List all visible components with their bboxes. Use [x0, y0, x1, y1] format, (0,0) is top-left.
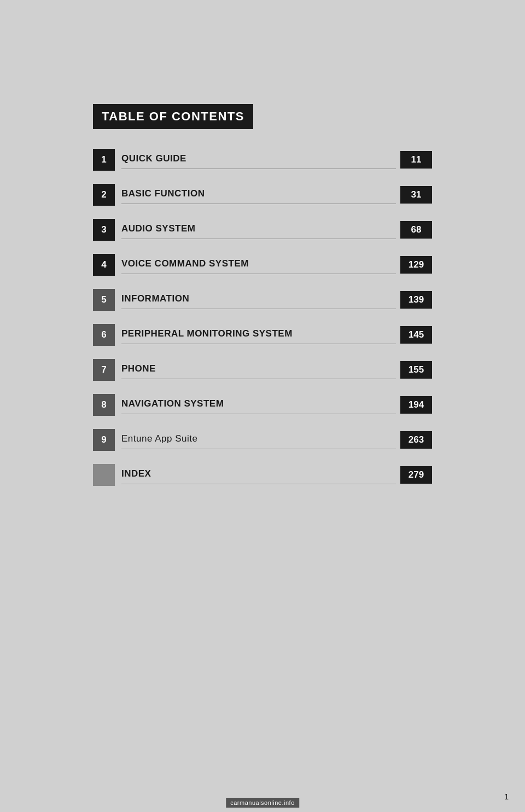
chapter-label: PERIPHERAL MONITORING SYSTEM: [121, 328, 293, 339]
chapter-number-box: 2: [93, 184, 115, 206]
toc-row: 9Entune App Suite263: [93, 429, 432, 451]
chapter-number-box: 8: [93, 394, 115, 416]
toc-row: 4VOICE COMMAND SYSTEM129: [93, 254, 432, 276]
toc-row: 1QUICK GUIDE11: [93, 149, 432, 171]
chapter-number-box: 5: [93, 289, 115, 311]
toc-row: 8NAVIGATION SYSTEM194: [93, 394, 432, 416]
watermark: carmanualsonline.info: [226, 798, 299, 808]
toc-row: 2BASIC FUNCTION31: [93, 184, 432, 206]
chapter-label-area: QUICK GUIDE: [121, 151, 396, 169]
toc-row: 3AUDIO SYSTEM68: [93, 219, 432, 241]
chapter-page-number: 279: [400, 466, 432, 484]
chapter-label: VOICE COMMAND SYSTEM: [121, 258, 249, 269]
chapter-label-area: VOICE COMMAND SYSTEM: [121, 256, 396, 274]
chapter-label: INFORMATION: [121, 293, 189, 304]
page-container: TABLE OF CONTENTS 1QUICK GUIDE112BASIC F…: [0, 0, 525, 812]
chapter-label-area: BASIC FUNCTION: [121, 186, 396, 204]
chapter-number-box: 7: [93, 359, 115, 381]
toc-row: 5INFORMATION139: [93, 289, 432, 311]
chapter-label: Entune App Suite: [121, 433, 197, 444]
chapter-label-area: PHONE: [121, 361, 396, 379]
chapter-label: NAVIGATION SYSTEM: [121, 398, 224, 409]
chapter-number-box: [93, 464, 115, 486]
chapter-page-number: 263: [400, 431, 432, 449]
chapter-page-number: 31: [400, 186, 432, 204]
chapter-number-box: 6: [93, 324, 115, 346]
chapter-page-number: 155: [400, 361, 432, 379]
chapter-page-number: 129: [400, 256, 432, 274]
chapter-label: BASIC FUNCTION: [121, 188, 205, 199]
chapter-label: AUDIO SYSTEM: [121, 223, 195, 234]
chapter-page-number: 145: [400, 326, 432, 344]
chapter-page-number: 194: [400, 396, 432, 414]
chapter-label-area: PERIPHERAL MONITORING SYSTEM: [121, 326, 396, 344]
toc-title-block: TABLE OF CONTENTS: [93, 104, 253, 129]
chapter-label-area: INDEX: [121, 466, 396, 484]
chapter-page-number: 11: [400, 151, 432, 169]
chapter-label-area: INFORMATION: [121, 291, 396, 309]
chapter-label: QUICK GUIDE: [121, 153, 186, 164]
chapter-label-area: NAVIGATION SYSTEM: [121, 396, 396, 414]
page-number: 1: [504, 792, 509, 801]
chapter-page-number: 68: [400, 221, 432, 239]
chapter-label: INDEX: [121, 468, 151, 479]
toc-row: 6PERIPHERAL MONITORING SYSTEM145: [93, 324, 432, 346]
chapter-label-area: Entune App Suite: [121, 431, 396, 449]
chapter-number-box: 3: [93, 219, 115, 241]
chapter-number-box: 9: [93, 429, 115, 451]
chapter-number-box: 4: [93, 254, 115, 276]
chapter-number-box: 1: [93, 149, 115, 171]
toc-list: 1QUICK GUIDE112BASIC FUNCTION313AUDIO SY…: [93, 149, 432, 486]
toc-title: TABLE OF CONTENTS: [102, 109, 244, 123]
toc-row: 7PHONE155: [93, 359, 432, 381]
toc-row: INDEX279: [93, 464, 432, 486]
chapter-page-number: 139: [400, 291, 432, 309]
chapter-label: PHONE: [121, 363, 156, 374]
content-area: TABLE OF CONTENTS 1QUICK GUIDE112BASIC F…: [93, 104, 432, 499]
chapter-label-area: AUDIO SYSTEM: [121, 221, 396, 239]
